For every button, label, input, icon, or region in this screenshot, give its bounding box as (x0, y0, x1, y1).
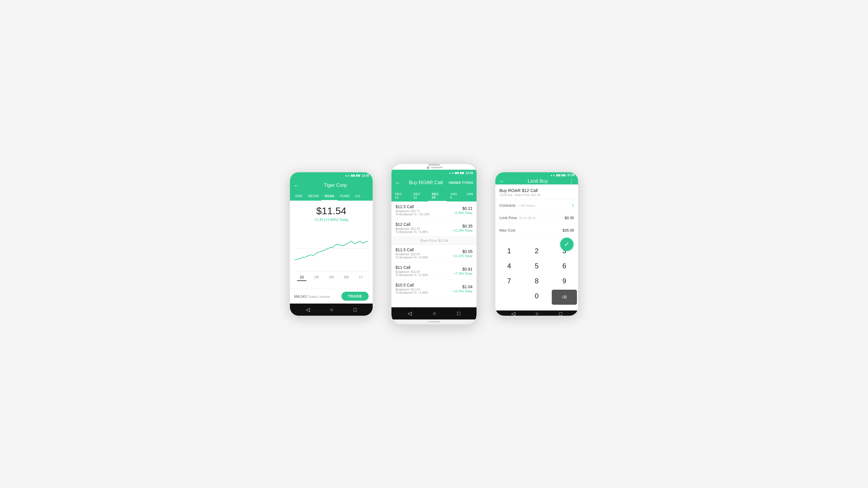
time-1d[interactable]: 1D (297, 274, 306, 281)
option-to-breakeven-4: To Breakeven %: +2.30% (396, 273, 428, 277)
option-11-5-call[interactable]: $11.5 Call Breakeven: $12.04 To Breakeve… (392, 245, 476, 262)
date-dec22[interactable]: DEC 22 (410, 191, 429, 201)
option-right-2: $0.35 +11.29% Today (453, 224, 472, 232)
back-button-2[interactable]: ← (395, 180, 401, 186)
phone-options-list: ▲▲ ▮▮▮ ▮▮▮ 12:30 ← Buy ROAR Call ORDER T… (391, 163, 477, 325)
limit-price-value[interactable]: $0.35 (564, 216, 574, 220)
option-price-5: $1.04 (453, 285, 472, 289)
confirm-button[interactable]: ✓ (560, 238, 574, 251)
option-breakeven-2: Breakeven: $12.34 (396, 227, 428, 230)
status-icons-3: ▲▲ ▮▮▮ ▮▮▮ 12:30 (550, 173, 575, 176)
time-1y[interactable]: 1Y (356, 274, 365, 281)
phone-stock-chart: ▲▲ ▮▮▮ ▮▮▮ 12:30 ← Tiger Corp GRR MEOW R… (289, 172, 373, 316)
key-8[interactable]: 8 (523, 273, 550, 289)
option-breakeven-1: Breakeven: $12.71 (396, 209, 430, 213)
bottom-bar (428, 321, 440, 322)
stock-chart (294, 225, 368, 271)
back-button-1[interactable]: ← (293, 182, 299, 189)
date-jan[interactable]: JAN (463, 191, 476, 201)
key-delete[interactable]: ⌫ (552, 290, 577, 305)
contracts-label-area: Contracts × 100 Shares (499, 203, 535, 208)
date-dec15[interactable]: DEC 15 (392, 191, 410, 201)
tab-purr[interactable]: PURR (337, 192, 352, 201)
back-button-3[interactable]: ← (499, 178, 505, 185)
app-bar-2: ← Buy ROAR Call ORDER TYPES (392, 176, 476, 189)
volume-label: Today's Volume (308, 295, 330, 298)
option-left-3: $11.5 Call Breakeven: $12.04 To Breakeve… (396, 248, 428, 259)
max-cost-value: $35.00 (562, 228, 574, 232)
key-0[interactable]: 0 (523, 289, 550, 303)
phone-bump (428, 164, 440, 166)
app-bar-1: ← Tiger Corp (290, 178, 373, 192)
date-jan5[interactable]: JAN 5 (447, 191, 463, 201)
contracts-value[interactable]: 1 (572, 203, 574, 207)
option-12-5-call[interactable]: $12.5 Call Breakeven: $12.71 To Breakeve… (392, 201, 476, 219)
option-price-1: $0.21 (454, 206, 472, 211)
max-cost-label-area: Max Cost (499, 228, 515, 233)
option-price-4: $0.81 (454, 267, 472, 271)
option-left-2: $12 Call Breakeven: $12.34 To Breakeven … (396, 222, 428, 234)
tab-ca[interactable]: CA (352, 192, 363, 201)
option-breakeven-3: Breakeven: $12.04 (396, 253, 428, 256)
nav-home-icon-2[interactable]: ○ (433, 311, 436, 317)
key-9[interactable]: 9 (551, 273, 578, 289)
option-left-5: $10.5 Call Breakeven: $11.54 To Breakeve… (396, 283, 428, 294)
max-cost-label: Max Cost (499, 228, 515, 232)
time-1m[interactable]: 1M (312, 274, 321, 281)
option-price-2: $0.35 (453, 224, 472, 228)
trade-button[interactable]: TRADE (341, 292, 369, 301)
wifi-icon: ▲▲ (345, 174, 350, 177)
time-3: 12:30 (567, 173, 575, 176)
option-right-3: $0.55 +11.22% Today (453, 249, 472, 258)
status-bar-3: ▲▲ ▮▮▮ ▮▮▮ 12:30 (495, 172, 578, 178)
tab-meow[interactable]: MEOW (305, 192, 322, 201)
option-left-1: $12.5 Call Breakeven: $12.71 To Breakeve… (396, 204, 430, 216)
option-11-call[interactable]: $11 Call Breakeven: $12.04 To Breakeven … (392, 262, 476, 280)
key-6[interactable]: 6 (551, 258, 578, 273)
nav-back-icon-3[interactable]: ◁ (511, 311, 515, 316)
option-12-call[interactable]: $12 Call Breakeven: $12.34 To Breakeven … (392, 219, 476, 237)
phone-limit-buy: ▲▲ ▮▮▮ ▮▮▮ 12:30 ← Limit Buy ⋮ Buy ROAR … (495, 172, 579, 316)
stock-content: $11.54 +2.35 (+3.89%) Today 1D 1M 3M 6M … (290, 201, 373, 289)
option-to-breakeven-3: To Breakeven %: +4.38% (396, 256, 428, 259)
key-1[interactable]: 1 (495, 243, 523, 258)
nav-recent-icon[interactable]: □ (353, 307, 357, 313)
key-7[interactable]: 7 (495, 273, 523, 289)
time-6m[interactable]: 6M (341, 274, 351, 281)
nav-bar-1: ◁ ○ □ (290, 303, 373, 316)
more-options-button[interactable]: ⋮ (569, 178, 575, 185)
option-breakeven-4: Breakeven: $12.04 (396, 270, 428, 273)
limit-buy-title: Limit Buy (507, 178, 569, 184)
wifi-icon-2: ▲▲ (449, 171, 454, 174)
nav-back-icon[interactable]: ◁ (306, 306, 310, 313)
nav-home-icon-3[interactable]: ○ (535, 311, 539, 317)
option-name-5: $10.5 Call (396, 283, 428, 287)
limit-price-row: Limit Price $0.34–$0.36 $0.35 (495, 212, 578, 224)
speaker (431, 167, 443, 168)
nav-recent-icon-2[interactable]: □ (457, 311, 460, 317)
order-types-label[interactable]: ORDER TYPES (449, 181, 473, 185)
date-tabs: DEC 15 DEC 22 DEC 29 JAN 5 JAN (392, 189, 476, 201)
key-4[interactable]: 4 (495, 258, 523, 273)
key-2[interactable]: 2 (523, 243, 550, 258)
stock-change: +2.35 (+3.89%) Today (294, 218, 368, 222)
time-2: 12:30 (466, 171, 473, 174)
nav-bar-2: ◁ ○ □ (392, 307, 476, 320)
date-dec29[interactable]: DEC 29 (428, 191, 447, 201)
option-name-4: $11 Call (396, 265, 428, 270)
tab-grr[interactable]: GRR (292, 192, 305, 201)
limit-price-hint: $0.34–$0.36 (519, 217, 535, 220)
key-5[interactable]: 5 (523, 258, 550, 273)
option-change-3: +11.22% Today (453, 254, 472, 258)
volume-area: 666,543 Today's Volume (294, 294, 330, 299)
time-3m[interactable]: 3M (327, 274, 336, 281)
order-detail: Buy ROAR $12 Call 12/29 Exp · Share Pric… (495, 185, 578, 199)
tab-roar[interactable]: ROAR (322, 192, 337, 201)
options-list: $12.5 Call Breakeven: $12.71 To Breakeve… (392, 201, 476, 307)
nav-home-icon[interactable]: ○ (330, 307, 333, 313)
nav-recent-icon-3[interactable]: □ (559, 311, 562, 317)
nav-back-icon-2[interactable]: ◁ (408, 310, 412, 317)
time-1: 12:30 (362, 174, 369, 177)
phone-bottom (392, 320, 476, 324)
option-10-5-call[interactable]: $10.5 Call Breakeven: $11.54 To Breakeve… (392, 280, 476, 297)
